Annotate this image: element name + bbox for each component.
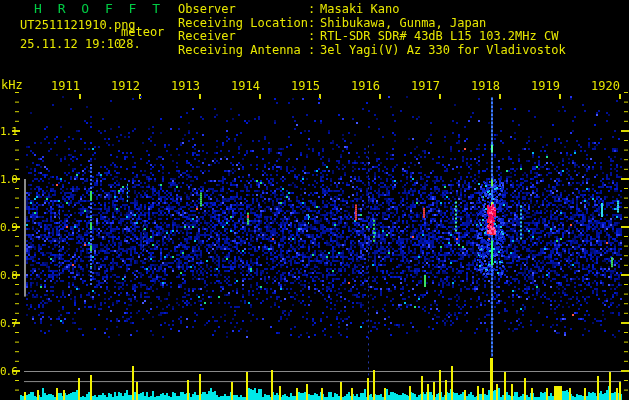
info-separator: : bbox=[308, 44, 315, 56]
info-value: Shibukawa, Gunma, Japan bbox=[320, 17, 486, 29]
freq-tick-label: 0.6 bbox=[0, 366, 17, 377]
time-tick-label: 1912 bbox=[110, 80, 140, 92]
info-label: Receiving Location bbox=[178, 17, 308, 29]
info-value: Masaki Kano bbox=[320, 3, 399, 15]
freq-tick-label: 1.1 bbox=[0, 126, 17, 137]
freq-tick-label: 0.8 bbox=[0, 270, 17, 281]
info-separator: : bbox=[308, 17, 315, 29]
time-tick-label: 1916 bbox=[350, 80, 380, 92]
hrofft-window: H R O F F T UT2511121910.png meteor 25.1… bbox=[0, 0, 629, 400]
spectrogram-canvas bbox=[0, 0, 629, 400]
info-value: RTL-SDR SDR# 43dB L15 103.2MHz CW bbox=[320, 30, 558, 42]
time-tick-label: 1917 bbox=[410, 80, 440, 92]
time-tick-label: 1915 bbox=[290, 80, 320, 92]
freq-tick-label: 0.9 bbox=[0, 222, 17, 233]
info-separator: : bbox=[308, 3, 315, 15]
output-filename: UT2511121910.png bbox=[20, 19, 136, 31]
seconds-counter: 28. bbox=[119, 38, 141, 50]
freq-tick-label: 1.0 bbox=[0, 174, 17, 185]
info-label: Observer bbox=[178, 3, 236, 15]
freq-tick-label: 0.7 bbox=[0, 318, 17, 329]
info-label: Receiver bbox=[178, 30, 236, 42]
date-time: 25.11.12 19:10 bbox=[20, 38, 121, 50]
time-tick-label: 1919 bbox=[530, 80, 560, 92]
time-tick-label: 1918 bbox=[470, 80, 500, 92]
freq-axis-unit: kHz bbox=[1, 79, 23, 91]
time-tick-label: 1913 bbox=[170, 80, 200, 92]
info-label: Receiving Antenna bbox=[178, 44, 301, 56]
time-tick-label: 1911 bbox=[50, 80, 80, 92]
info-value: 3el Yagi(V) Az 330 for Vladivostok bbox=[320, 44, 566, 56]
app-title: H R O F F T bbox=[34, 3, 164, 15]
time-tick-label: 1920 bbox=[590, 80, 620, 92]
info-separator: : bbox=[308, 30, 315, 42]
time-tick-label: 1914 bbox=[230, 80, 260, 92]
